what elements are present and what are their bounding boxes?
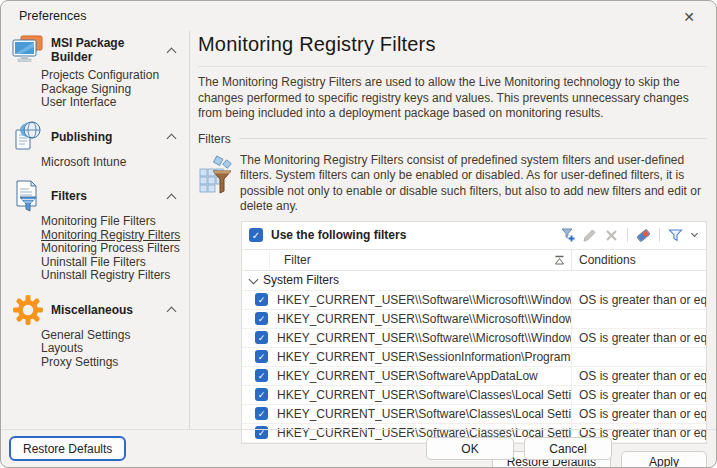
page-description: The Monitoring Registry Filters are used… — [198, 75, 707, 122]
row-checkbox[interactable]: ✓ — [255, 369, 268, 382]
row-checkbox[interactable]: ✓ — [255, 426, 268, 439]
row-filter-text: HKEY_CURRENT_USER\SessionInformation\Pro… — [272, 348, 572, 366]
row-checkbox[interactable]: ✓ — [255, 388, 268, 401]
row-checkbox-cell: ✓ — [242, 369, 272, 382]
row-filter-text: HKEY_CURRENT_USER\\Software\\Microsoft\\… — [272, 310, 572, 328]
row-checkbox[interactable]: ✓ — [255, 350, 268, 363]
restore-defaults-global-button[interactable]: Restore Defaults — [9, 436, 126, 461]
section-title: MSI Package Builder — [45, 36, 168, 64]
checkbox-column-header[interactable] — [242, 250, 270, 270]
row-condition-text: OS is greater than or equal to W — [572, 331, 706, 345]
apply-button[interactable]: Apply — [621, 451, 707, 468]
section-title: Publishing — [45, 130, 168, 144]
row-condition-text: OS is greater than or equal to W — [572, 388, 706, 402]
row-filter-text: HKEY_CURRENT_USER\\Software\\Microsoft\\… — [272, 291, 572, 309]
close-button[interactable]: ✕ — [672, 5, 706, 29]
row-checkbox[interactable]: ✓ — [255, 293, 268, 306]
system-filters-group-row[interactable]: System Filters — [242, 271, 706, 291]
row-condition-text: OS is greater than or equal to W — [572, 369, 706, 383]
chevron-down-icon[interactable] — [249, 274, 259, 284]
table-header-row: Filter Conditions — [242, 250, 706, 271]
row-condition-text: OS is greater than or equal to W — [572, 293, 706, 307]
filters-groupbox-header: Filters — [198, 132, 707, 146]
chevron-up-icon[interactable] — [167, 47, 177, 57]
group-row-label: System Filters — [263, 273, 339, 287]
use-filters-checkbox[interactable]: ✓ — [249, 228, 263, 242]
table-row[interactable]: ✓ HKEY_CURRENT_USER\\Software\\Microsoft… — [242, 329, 706, 348]
filters-groupbox-label: Filters — [198, 132, 239, 146]
filter-menu-icon[interactable] — [667, 227, 684, 244]
delete-filter-icon[interactable] — [603, 227, 620, 244]
sidebar-item-layouts[interactable]: Layouts — [41, 342, 187, 356]
add-filter-icon[interactable] — [559, 227, 576, 244]
row-condition-text: OS is greater than or equal to W — [572, 407, 706, 421]
sidebar-item-user-interface[interactable]: User Interface — [41, 96, 187, 110]
edit-filter-icon[interactable] — [581, 227, 598, 244]
sidebar-item-uninstall-file-filters[interactable]: Uninstall File Filters — [41, 256, 187, 270]
section-title: Miscellaneous — [45, 303, 168, 317]
section-miscellaneous: Miscellaneous General Settings Layouts P… — [11, 293, 187, 374]
row-checkbox[interactable]: ✓ — [255, 407, 268, 420]
footer-divider — [1, 429, 716, 430]
table-row[interactable]: ✓ HKEY_CURRENT_USER\SessionInformation\P… — [242, 348, 706, 367]
registry-filter-icon — [198, 153, 240, 215]
conditions-column-header[interactable]: Conditions — [572, 253, 706, 267]
filters-table-body: ✓ HKEY_CURRENT_USER\\Software\\Microsoft… — [242, 291, 706, 443]
sidebar: MSI Package Builder Projects Configurati… — [11, 33, 187, 427]
sort-ascending-icon — [554, 255, 565, 265]
globe-document-icon — [11, 121, 45, 153]
row-checkbox-cell: ✓ — [242, 350, 272, 363]
section-header-publishing[interactable]: Publishing — [11, 120, 187, 154]
sidebar-divider — [189, 31, 190, 430]
cancel-button[interactable]: Cancel — [524, 437, 612, 460]
groupbox-line — [239, 138, 707, 139]
sidebar-item-microsoft-intune[interactable]: Microsoft Intune — [41, 156, 187, 170]
monitors-icon — [11, 35, 45, 65]
preferences-dialog: Preferences ✕ MSI Package Builder — [0, 0, 717, 468]
filter-menu-chevron-icon[interactable] — [689, 227, 699, 244]
row-checkbox-cell: ✓ — [242, 293, 272, 306]
row-checkbox-cell: ✓ — [242, 312, 272, 325]
main-content: Monitoring Registry Filters The Monitori… — [198, 33, 707, 427]
toolbar-separator — [659, 228, 660, 242]
table-row[interactable]: ✓ HKEY_CURRENT_USER\\Software\\Microsoft… — [242, 310, 706, 329]
chevron-up-icon[interactable] — [167, 134, 177, 144]
filter-column-header[interactable]: Filter — [270, 250, 572, 270]
sidebar-item-monitoring-file-filters[interactable]: Monitoring File Filters — [41, 215, 187, 229]
sidebar-item-monitoring-registry-filters[interactable]: Monitoring Registry Filters — [41, 229, 187, 243]
table-row[interactable]: ✓ HKEY_CURRENT_USER\\Software\\Microsoft… — [242, 291, 706, 310]
sidebar-item-uninstall-registry-filters[interactable]: Uninstall Registry Filters — [41, 269, 187, 283]
toolbar-separator — [627, 228, 628, 242]
sidebar-item-package-signing[interactable]: Package Signing — [41, 83, 187, 97]
filters-group-description: The Monitoring Registry Filters consist … — [240, 153, 707, 215]
section-msi-package-builder: MSI Package Builder Projects Configurati… — [11, 33, 187, 114]
row-checkbox[interactable]: ✓ — [255, 312, 268, 325]
row-filter-text: HKEY_CURRENT_USER\\Software\\Microsoft\\… — [272, 329, 572, 347]
sidebar-item-monitoring-process-filters[interactable]: Monitoring Process Filters — [41, 242, 187, 256]
chevron-up-icon[interactable] — [167, 307, 177, 317]
table-row[interactable]: ✓ HKEY_CURRENT_USER\Software\AppDataLow … — [242, 367, 706, 386]
section-header-msi[interactable]: MSI Package Builder — [11, 33, 187, 67]
sidebar-item-proxy-settings[interactable]: Proxy Settings — [41, 356, 187, 370]
page-title: Monitoring Registry Filters — [198, 33, 707, 56]
filter-column-label: Filter — [284, 253, 311, 267]
title-bar: Preferences — [1, 1, 716, 31]
close-icon: ✕ — [683, 9, 695, 25]
window-title: Preferences — [19, 9, 86, 23]
section-header-miscellaneous[interactable]: Miscellaneous — [11, 293, 187, 327]
table-row[interactable]: ✓ HKEY_CURRENT_USER\Software\Classes\Loc… — [242, 405, 706, 424]
row-checkbox[interactable]: ✓ — [255, 331, 268, 344]
section-publishing: Publishing Microsoft Intune — [11, 120, 187, 174]
filters-table: ✓ Use the following filters — [241, 221, 707, 444]
row-checkbox-cell: ✓ — [242, 407, 272, 420]
erase-filters-icon[interactable] — [635, 227, 652, 244]
ok-button[interactable]: OK — [426, 437, 514, 460]
chevron-up-icon[interactable] — [167, 193, 177, 203]
row-filter-text: HKEY_CURRENT_USER\Software\Classes\Local… — [272, 386, 572, 404]
sidebar-item-general-settings[interactable]: General Settings — [41, 329, 187, 343]
section-title: Filters — [45, 189, 168, 203]
table-row[interactable]: ✓ HKEY_CURRENT_USER\Software\Classes\Loc… — [242, 386, 706, 405]
sidebar-item-projects-configuration[interactable]: Projects Configuration — [41, 69, 187, 83]
filters-groupbox-body: The Monitoring Registry Filters consist … — [198, 153, 707, 215]
section-header-filters[interactable]: Filters — [11, 179, 187, 213]
